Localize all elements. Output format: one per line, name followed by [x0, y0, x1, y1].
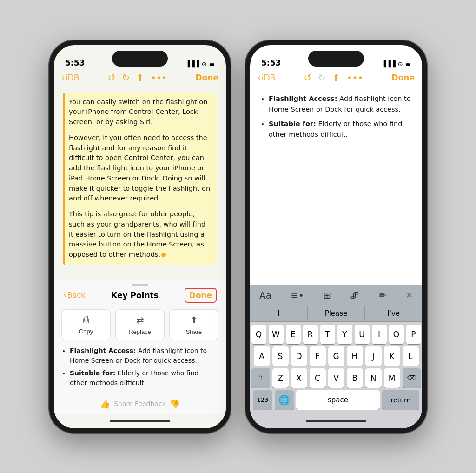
drag-handle	[132, 284, 148, 286]
backspace-key[interactable]: ⌫	[403, 368, 421, 388]
key-g[interactable]: G	[328, 346, 344, 366]
key-f[interactable]: F	[310, 346, 326, 366]
key-p[interactable]: P	[406, 325, 421, 344]
share-result-button[interactable]: ⬆ Share	[169, 309, 218, 340]
key-i[interactable]: I	[372, 325, 387, 344]
key-t[interactable]: T	[320, 325, 335, 344]
home-bar-right	[250, 414, 422, 428]
shift-key[interactable]: ⇧	[251, 368, 270, 388]
keyboard-rows: Q W E R T Y U I O P A S D F G H J K L	[250, 322, 422, 414]
key-e[interactable]: E	[286, 325, 301, 344]
status-time-left: 5:53	[65, 58, 85, 67]
key-y[interactable]: Y	[337, 325, 352, 344]
left-phone: 5:53 ▐▐▐ ⊙ ▬ ‹ iDB ↺ ↻ ⬆ ••• Done You ca…	[49, 40, 231, 433]
predictive-1[interactable]: I	[250, 306, 308, 321]
more-icon-right[interactable]: •••	[347, 72, 363, 83]
share-icon-right[interactable]: ⬆	[332, 72, 340, 83]
cursor-dot	[161, 253, 166, 257]
predictive-3[interactable]: I've	[365, 306, 422, 321]
share-result-icon: ⬆	[190, 314, 198, 326]
key-d[interactable]: D	[291, 346, 307, 366]
signal-icon: ▐▐▐	[185, 60, 199, 67]
replace-icon: ⇄	[136, 314, 144, 326]
key-l[interactable]: L	[403, 346, 419, 366]
key-k[interactable]: K	[384, 346, 400, 366]
ai-feedback: 👍 Share Feedback 👎	[54, 395, 226, 414]
ai-panel-header: ‹ Back Key Points Done	[54, 280, 226, 306]
predictive-bar: I Please I've	[250, 306, 422, 322]
key-m[interactable]: M	[384, 368, 400, 388]
nav-done-left[interactable]: Done	[196, 73, 218, 82]
thumbs-up-icon[interactable]: 👍	[100, 399, 110, 409]
home-indicator-right	[306, 420, 366, 422]
font-icon[interactable]: Aa	[257, 289, 274, 302]
key-n[interactable]: N	[365, 368, 382, 388]
chevron-left-icon: ‹	[61, 73, 65, 82]
ai-done-button[interactable]: Done	[185, 288, 217, 303]
nav-bar-left: ‹ iDB ↺ ↻ ⬆ ••• Done	[54, 70, 226, 87]
note-para1: You can easily switch on the flashlight …	[69, 97, 211, 127]
nav-bar-right: ‹ iDB ↺ ↻ ⬆ ••• Done	[250, 70, 422, 87]
nav-icons-right: ↺ ↻ ⬆ •••	[304, 72, 364, 83]
key-h[interactable]: H	[347, 346, 363, 366]
copy-button[interactable]: ⎙ Copy	[61, 309, 111, 340]
wifi-icon-right: ⊙	[398, 60, 403, 67]
home-indicator	[110, 420, 170, 422]
key-r[interactable]: R	[303, 325, 318, 344]
nav-back-right[interactable]: ‹ iDB	[258, 73, 275, 82]
numbers-key[interactable]: 123	[253, 390, 272, 410]
more-icon[interactable]: •••	[151, 72, 167, 83]
space-key[interactable]: space	[296, 390, 380, 410]
share-icon[interactable]: ⬆	[136, 72, 144, 83]
key-b[interactable]: B	[347, 368, 363, 388]
key-a[interactable]: A	[254, 346, 270, 366]
key-o[interactable]: O	[389, 325, 404, 344]
note-para3: This tip is also great for older people,…	[69, 209, 211, 260]
close-keyboard-icon[interactable]: ✕	[403, 289, 416, 301]
key-v[interactable]: V	[328, 368, 344, 388]
chevron-left-icon: ‹	[63, 291, 66, 300]
globe-key[interactable]: 🌐	[275, 390, 294, 410]
right-phone: 5:53 ▐▐▐ ⊙ ▬ ‹ iDB ↺ ↻ ⬆ ••• Done Flashl…	[245, 40, 427, 433]
redo-icon-right[interactable]: ↻	[318, 72, 326, 83]
return-key[interactable]: return	[382, 390, 419, 410]
nav-icons-left: ↺ ↻ ⬆ •••	[108, 72, 167, 83]
copy-icon: ⎙	[83, 314, 89, 325]
ai-back-button[interactable]: ‹ Back	[63, 291, 85, 300]
status-icons-right: ▐▐▐ ⊙ ▬	[382, 60, 411, 67]
right-note-list: Flashlight Access: Add flashlight icon t…	[259, 93, 413, 140]
undo-icon-right[interactable]: ↺	[304, 72, 312, 83]
key-q[interactable]: Q	[251, 325, 266, 344]
table-icon[interactable]: ⊞	[320, 289, 334, 302]
list-icon[interactable]: ≡•	[288, 289, 307, 302]
kb-row-1: Q W E R T Y U I O P	[251, 325, 421, 344]
thumbs-down-icon[interactable]: 👎	[170, 399, 180, 409]
key-j[interactable]: J	[365, 346, 382, 366]
key-x[interactable]: X	[291, 368, 307, 388]
status-icons-left: ▐▐▐ ⊙ ▬	[185, 60, 215, 67]
battery-icon-right: ▬	[405, 60, 411, 67]
note-content-left: You can easily switch on the flashlight …	[54, 87, 226, 280]
replace-button[interactable]: ⇄ Replace	[115, 309, 165, 340]
key-u[interactable]: U	[355, 325, 370, 344]
undo-icon[interactable]: ↺	[108, 72, 116, 83]
right-bullet-1: Flashlight Access: Add flashlight icon t…	[269, 93, 413, 115]
nav-back-left[interactable]: ‹ iDB	[61, 73, 79, 82]
predictive-2[interactable]: Please	[308, 306, 365, 321]
keyboard-toolbar: Aa ≡• ⊞ 🖇 ✏ ✕	[250, 285, 422, 306]
home-bar-left	[54, 414, 226, 428]
key-c[interactable]: C	[310, 368, 326, 388]
wifi-icon: ⊙	[202, 60, 207, 67]
nav-done-right[interactable]: Done	[392, 73, 415, 82]
key-w[interactable]: W	[269, 325, 284, 344]
signal-icon-right: ▐▐▐	[382, 60, 396, 67]
ai-result-item-2: Suitable for: Elderly or those who find …	[70, 368, 217, 388]
pencil-icon[interactable]: ✏	[376, 289, 390, 302]
attachment-icon[interactable]: 🖇	[347, 289, 362, 302]
redo-icon[interactable]: ↻	[122, 72, 130, 83]
key-s[interactable]: S	[272, 346, 289, 366]
key-z[interactable]: Z	[272, 368, 289, 388]
keyboard-area: Aa ≡• ⊞ 🖇 ✏ ✕ I Please I've Q W E R T Y …	[250, 285, 422, 414]
chevron-left-icon: ‹	[258, 73, 261, 82]
status-time-right: 5:53	[261, 58, 281, 67]
